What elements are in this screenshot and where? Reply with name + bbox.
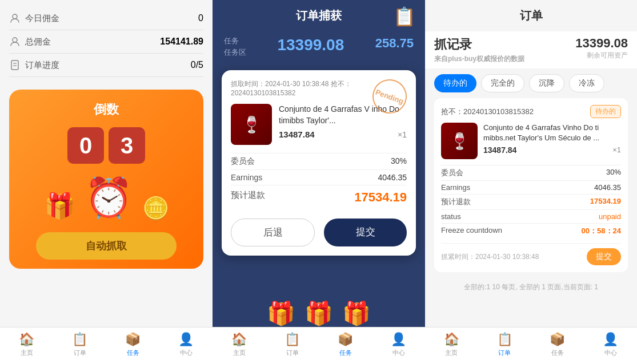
card-buttons: 后退 提交	[231, 219, 407, 246]
nav-home-3[interactable]: 🏠 主页	[444, 332, 459, 357]
nav-order-2[interactable]: 📋 订单	[285, 332, 300, 357]
panel3-title-left: 抓记录 来自plus-buy权威报价的数据	[434, 36, 524, 64]
total-commission-value: 154141.89	[160, 37, 203, 47]
order-time-text: 抓紧时间：2024-01-30 10:38:48	[441, 252, 539, 262]
available-label: 剩余可用资产	[575, 51, 628, 60]
refund-detail: 预计退款 17534.19	[441, 194, 621, 209]
tab-frozen[interactable]: 冷冻	[569, 74, 604, 92]
product-qty-2: ×1	[612, 145, 621, 155]
nav-center-3[interactable]: 👤 中心	[603, 332, 618, 357]
nav-center-1[interactable]: 👤 中心	[178, 332, 194, 357]
earnings-detail: Earnings 4046.35	[441, 180, 621, 194]
bottom-nav-1: 🏠 主页 📋 订单 📦 任务 👤 中心	[0, 327, 213, 364]
nav-center-label-3: 中心	[604, 349, 617, 357]
status-detail-label: status	[441, 212, 461, 221]
nav-order-1[interactable]: 📋 订单	[72, 332, 87, 357]
order-progress-value: 0/5	[191, 60, 203, 70]
nav-home-label-1: 主页	[21, 349, 33, 357]
nav-order-label-1: 订单	[74, 349, 86, 357]
nav-task-label-2: 任务	[339, 349, 352, 357]
countdown-title: 倒数	[94, 101, 119, 118]
nav-home-label-3: 主页	[445, 349, 458, 357]
product-info-2: Conjunto de 4 Garrafas Vinho Do ti mibbs…	[483, 123, 621, 155]
earnings-label: Earnings	[231, 173, 262, 182]
countdown-digits: 0 3	[67, 127, 145, 164]
nav-order-3[interactable]: 📋 订单	[497, 332, 512, 357]
tab-settled[interactable]: 沉降	[529, 74, 564, 92]
product-image	[231, 104, 272, 145]
nav-task-3[interactable]: 📦 任务	[550, 332, 565, 357]
panel-commission: 今日佣金 0 总佣金 154141.89 订单进度	[0, 0, 213, 364]
pagination-text: 全部的:1 10 每页, 全部的 1 页面,当前页面: 1	[434, 278, 628, 297]
nav-center-label-1: 中心	[180, 349, 193, 357]
countdown-card: 倒数 0 3 🎁 ⏰ 🪙 自动抓取	[9, 90, 203, 269]
commission-detail-label: 委员会	[441, 168, 463, 178]
nav-order-label-2: 订单	[286, 349, 299, 357]
bottom-nav-3: 🏠 主页 📋 订单 📦 任务 👤 中心	[425, 327, 637, 364]
order-progress-row: 订单进度 0/5	[9, 54, 203, 77]
commission-row: 委员会 30%	[231, 153, 407, 169]
tab-complete[interactable]: 完全的	[481, 74, 524, 92]
bottom-nav-2: 🏠 主页 📋 订单 📦 任务 👤 中心	[213, 327, 425, 364]
daily-commission-label-group: 今日佣金	[9, 13, 59, 24]
side-stat-value: 258.75	[375, 36, 414, 51]
freeze-detail: Freeze countdown 00：58：24	[441, 223, 621, 238]
nav-center-2[interactable]: 👤 中心	[391, 332, 406, 357]
order-card: 抓取时间：2024-01-30 10:38:48 抢不：202401301038…	[222, 70, 416, 256]
panel3-title: 订单	[425, 0, 637, 31]
product-price-row2: 13487.84 ×1	[483, 145, 621, 155]
clipboard-icon: 📋	[393, 6, 416, 27]
home-icon-2: 🏠	[231, 332, 247, 347]
main-value-block: 13399.08	[277, 36, 344, 58]
tabs-row: 待办的 完全的 沉降 冷冻	[425, 68, 637, 98]
tab-pending[interactable]: 待办的	[434, 74, 476, 92]
digit-3: 3	[109, 127, 145, 164]
product-qty: ×1	[398, 130, 407, 139]
refund-value: 17534.19	[354, 190, 407, 205]
product-image-2: 🍷	[441, 123, 478, 159]
gift1-icon: 🎁	[267, 300, 295, 327]
order-time-row: 抓紧时间：2024-01-30 10:38:48 提交	[441, 243, 621, 265]
task-icon-3: 📦	[550, 332, 565, 347]
person2-icon	[9, 36, 21, 47]
order-icon-1: 📋	[72, 332, 87, 347]
center-icon-3: 👤	[603, 332, 618, 347]
refund-row: 预计退款 17534.19	[231, 185, 407, 209]
person-icon	[9, 13, 21, 24]
status-detail-value: unpaid	[599, 212, 621, 221]
nav-task-label-3: 任务	[551, 349, 564, 357]
submit-button[interactable]: 提交	[324, 219, 407, 246]
auto-grab-button[interactable]: 自动抓取	[36, 232, 177, 260]
task-icon-1: 📦	[125, 332, 141, 347]
daily-commission-label: 今日佣金	[25, 13, 59, 24]
task-label: 任务	[224, 36, 246, 46]
product-price-row: 13487.84 ×1	[279, 130, 407, 139]
order-product-row2: 🍷 Conjunto de 4 Garrafas Vinho Do ti mib…	[441, 123, 621, 159]
nav-task-1[interactable]: 📦 任务	[125, 332, 141, 357]
status-badge: 待办的	[590, 105, 621, 118]
daily-commission-row: 今日佣金 0	[9, 7, 203, 30]
main-stat-value: 13399.08	[277, 36, 344, 54]
panel3-title-right: 13399.08 剩余可用资产	[575, 36, 628, 60]
task-icon-area: 📋	[393, 6, 416, 27]
gift3-icon: 🎁	[342, 300, 371, 327]
order-icon-2: 📋	[285, 332, 300, 347]
commission-detail-value: 30%	[606, 168, 621, 178]
status-detail: status unpaid	[441, 209, 621, 223]
order-submit-button[interactable]: 提交	[587, 248, 621, 265]
nav-task-2[interactable]: 📦 任务	[338, 332, 353, 357]
nav-task-label-1: 任务	[127, 349, 139, 357]
total-commission-label-group: 总佣金	[9, 36, 51, 47]
earnings-detail-label: Earnings	[441, 183, 470, 192]
clock-area: 🎁 ⏰ 🪙	[44, 175, 169, 221]
freeze-detail-label: Freeze countdown	[441, 226, 502, 236]
product-name-2: Conjunto de 4 Garrafas Vinho Do ti mibbs…	[483, 123, 621, 143]
nav-home-2[interactable]: 🏠 主页	[231, 332, 247, 357]
center-icon-2: 👤	[391, 332, 406, 347]
digit-0: 0	[67, 127, 104, 164]
back-button[interactable]: 后退	[231, 219, 315, 246]
nav-home-1[interactable]: 🏠 主页	[19, 332, 34, 357]
order-item: 抢不：20240130103815382 待办的 🍷 Conjunto de 4…	[434, 98, 628, 272]
order-id-text: 抢不：20240130103815382	[441, 107, 534, 117]
order-card-container: 抓取时间：2024-01-30 10:38:48 抢不：202401301038…	[213, 64, 425, 298]
